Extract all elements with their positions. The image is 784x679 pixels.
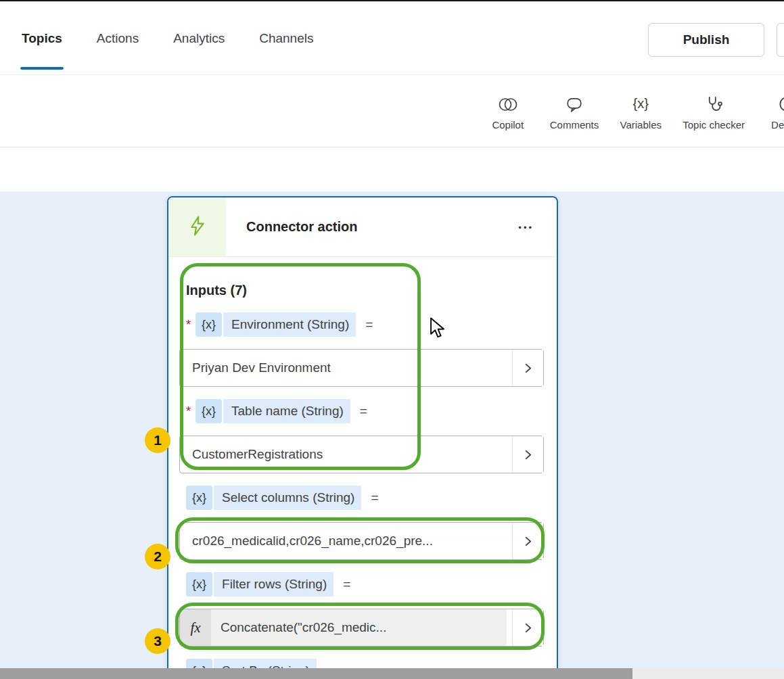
field-filter-rows-label: Filter rows (String): [214, 572, 333, 596]
field-select-columns-label: Select columns (String): [214, 486, 361, 510]
expand-chevron-button[interactable]: [512, 523, 543, 559]
equals-sign: =: [343, 577, 350, 592]
inputs-header: Inputs (7): [179, 280, 546, 300]
field-environment-value-input[interactable]: Priyan Dev Environment: [179, 349, 544, 387]
comment-icon: [566, 92, 583, 114]
expand-chevron-button[interactable]: [512, 609, 543, 646]
toolbar-topic-checker-button[interactable]: Topic checker: [683, 92, 745, 131]
tab-topics[interactable]: Topics: [20, 1, 64, 76]
copilot-icon: [498, 92, 518, 114]
annotation-marker-2: 2: [145, 544, 170, 569]
node-title: Connector action: [246, 219, 357, 235]
field-table-name-value-text: CustomerRegistrations: [180, 436, 512, 473]
formula-pill: fx Concatenate("cr026_medic...: [180, 609, 507, 646]
tab-analytics-label: Analytics: [173, 31, 225, 46]
stethoscope-icon: [705, 92, 723, 114]
node-more-menu-button[interactable]: •••: [514, 221, 538, 233]
authoring-canvas[interactable]: Connector action ••• Inputs (7) * {x} En…: [0, 191, 784, 679]
variable-badge-icon: {x}: [186, 486, 212, 510]
topic-toolbar: Copilot Comments {x} Variables: [0, 74, 784, 147]
field-table-name-label: Table name (String): [223, 399, 350, 423]
tab-analytics[interactable]: Analytics: [172, 1, 226, 76]
field-filter-rows-value-text: Concatenate("cr026_medic...: [211, 609, 386, 646]
lightning-bolt-icon: [187, 215, 208, 239]
tab-topics-label: Topics: [22, 31, 62, 46]
tab-actions-label: Actions: [97, 31, 139, 46]
equals-sign: =: [365, 317, 373, 332]
field-environment-value-text: Priyan Dev Environment: [180, 350, 512, 386]
equals-sign: =: [360, 404, 367, 419]
field-environment-label: Environment (String): [223, 312, 356, 337]
toolbar-copilot-button[interactable]: Copilot: [486, 92, 530, 131]
variables-glyph: {x}: [633, 93, 649, 114]
node-header: Connector action •••: [168, 197, 557, 257]
toolbar-comments-label: Comments: [550, 119, 599, 131]
field-table-name-value-input[interactable]: CustomerRegistrations: [179, 436, 544, 473]
toolbar-variables-label: Variables: [620, 119, 662, 131]
variable-badge-icon: {x}: [195, 312, 222, 337]
node-icon-cell: [168, 197, 226, 256]
expand-chevron-button[interactable]: [512, 436, 543, 473]
field-table-name-label-row: * {x} Table name (String) =: [179, 396, 546, 426]
tab-actions[interactable]: Actions: [95, 1, 140, 76]
field-environment-label-row: * {x} Environment (String) =: [179, 310, 546, 340]
variable-badge-icon: {x}: [186, 572, 212, 596]
info-icon: [778, 92, 784, 114]
field-filter-rows-formula: fx Concatenate("cr026_medic...: [180, 609, 512, 646]
publish-button[interactable]: Publish: [648, 23, 764, 57]
required-marker: *: [186, 317, 195, 332]
equals-sign: =: [371, 490, 378, 505]
required-marker: *: [186, 404, 195, 419]
partial-right-button[interactable]: [777, 23, 784, 57]
horizontal-scrollbar-thumb[interactable]: [0, 668, 632, 679]
annotation-marker-1: 1: [145, 427, 170, 453]
toolbar-items: Copilot Comments {x} Variables: [486, 92, 784, 131]
horizontal-scrollbar[interactable]: [0, 668, 784, 679]
node-body: Inputs (7) * {x} Environment (String) = …: [168, 257, 557, 679]
toolbar-comments-button[interactable]: Comments: [550, 92, 599, 131]
toolbar-topic-checker-label: Topic checker: [683, 119, 745, 131]
formula-fx-icon: fx: [180, 609, 211, 646]
top-navigation-bar: Topics Actions Analytics Channels Publis…: [0, 0, 784, 74]
variable-badge-icon: {x}: [195, 399, 222, 423]
tab-channels-label: Channels: [259, 31, 313, 46]
toolbar-details-label: Details: [771, 119, 784, 131]
expand-chevron-button[interactable]: [512, 350, 543, 386]
field-filter-rows-label-row: {x} Filter rows (String) =: [179, 569, 546, 599]
toolbar-variables-button[interactable]: {x} Variables: [619, 92, 662, 131]
tab-channels[interactable]: Channels: [258, 1, 315, 76]
field-select-columns-label-row: {x} Select columns (String) =: [179, 483, 546, 513]
toolbar-details-button[interactable]: Details: [765, 92, 784, 131]
field-filter-rows-value-input[interactable]: fx Concatenate("cr026_medic...: [179, 609, 544, 647]
nav-tabs: Topics Actions Analytics Channels: [20, 1, 315, 76]
variables-icon: {x}: [633, 92, 649, 114]
annotation-marker-3: 3: [145, 628, 170, 654]
toolbar-copilot-label: Copilot: [492, 119, 524, 131]
field-select-columns-value-text: cr026_medicalid,cr026_name,cr026_pre...: [180, 523, 512, 559]
connector-action-node[interactable]: Connector action ••• Inputs (7) * {x} En…: [167, 196, 558, 679]
field-select-columns-value-input[interactable]: cr026_medicalid,cr026_name,cr026_pre...: [179, 522, 544, 560]
